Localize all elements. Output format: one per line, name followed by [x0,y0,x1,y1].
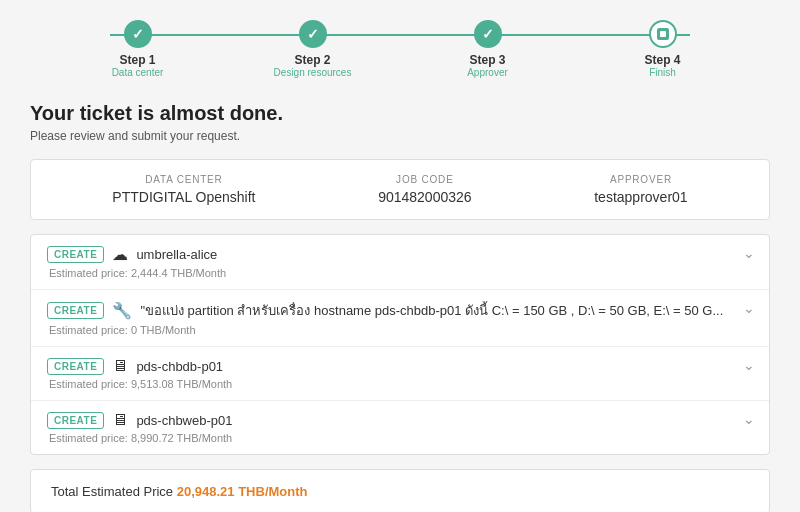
step-3-sublabel: Approver [467,67,508,78]
page-heading: Your ticket is almost done. Please revie… [30,102,770,143]
step-3: Step 3 Approver [400,20,575,78]
page-wrapper: Step 1 Data center Step 2 Design resourc… [0,0,800,512]
data-center-field: DATA CENTER PTTDIGITAL Openshift [112,174,255,205]
data-center-value: PTTDIGITAL Openshift [112,189,255,205]
item-name: "ขอแบ่ง partition สำหรับเครื่อง hostname… [140,300,753,321]
approver-label: APPROVER [594,174,687,185]
step-2: Step 2 Design resources [225,20,400,78]
chevron-down-icon[interactable]: ⌄ [743,357,755,373]
item-row: CREATE ☁ umbrella-alice ⌄ Estimated pric… [31,235,769,290]
total-label: Total Estimated Price [51,484,173,499]
page-subtitle: Please review and submit your request. [30,129,770,143]
item-type-icon: 🔧 [112,301,132,320]
step-4-label: Step 4 [644,53,680,67]
step-4: Step 4 Finish [575,20,750,78]
step-1-label: Step 1 [119,53,155,67]
info-card: DATA CENTER PTTDIGITAL Openshift JOB COD… [30,159,770,220]
chevron-down-icon[interactable]: ⌄ [743,300,755,316]
item-name: pds-chbweb-p01 [136,413,753,428]
item-price: Estimated price: 8,990.72 THB/Month [47,432,753,444]
item-row: CREATE 🖥 pds-chbweb-p01 ⌄ Estimated pric… [31,401,769,454]
step-3-circle [474,20,502,48]
item-name: pds-chbdb-p01 [136,359,753,374]
job-code-label: JOB CODE [378,174,471,185]
item-name: umbrella-alice [136,247,753,262]
page-title: Your ticket is almost done. [30,102,770,125]
job-code-field: JOB CODE 901482000326 [378,174,471,205]
step-3-label: Step 3 [469,53,505,67]
item-type-icon: ☁ [112,245,128,264]
approver-field: APPROVER testapprover01 [594,174,687,205]
item-price: Estimated price: 2,444.4 THB/Month [47,267,753,279]
total-card: Total Estimated Price 20,948.21 THB/Mont… [30,469,770,512]
approver-value: testapprover01 [594,189,687,205]
step-4-circle [649,20,677,48]
create-badge: CREATE [47,246,104,263]
step-2-circle [299,20,327,48]
chevron-down-icon[interactable]: ⌄ [743,245,755,261]
create-badge: CREATE [47,412,104,429]
data-center-label: DATA CENTER [112,174,255,185]
step-2-sublabel: Design resources [274,67,352,78]
stepper: Step 1 Data center Step 2 Design resourc… [30,20,770,78]
step-2-label: Step 2 [294,53,330,67]
item-price: Estimated price: 0 THB/Month [47,324,753,336]
step-1-sublabel: Data center [112,67,164,78]
item-price: Estimated price: 9,513.08 THB/Month [47,378,753,390]
create-badge: CREATE [47,302,104,319]
items-card: CREATE ☁ umbrella-alice ⌄ Estimated pric… [30,234,770,455]
total-amount: 20,948.21 THB/Month [177,484,308,499]
step-1-circle [124,20,152,48]
chevron-down-icon[interactable]: ⌄ [743,411,755,427]
item-type-icon: 🖥 [112,357,128,375]
step-1: Step 1 Data center [50,20,225,78]
create-badge: CREATE [47,358,104,375]
job-code-value: 901482000326 [378,189,471,205]
svg-rect-1 [660,31,666,37]
item-row: CREATE 🔧 "ขอแบ่ง partition สำหรับเครื่อง… [31,290,769,347]
step-4-sublabel: Finish [649,67,676,78]
item-row: CREATE 🖥 pds-chbdb-p01 ⌄ Estimated price… [31,347,769,401]
item-type-icon: 🖥 [112,411,128,429]
